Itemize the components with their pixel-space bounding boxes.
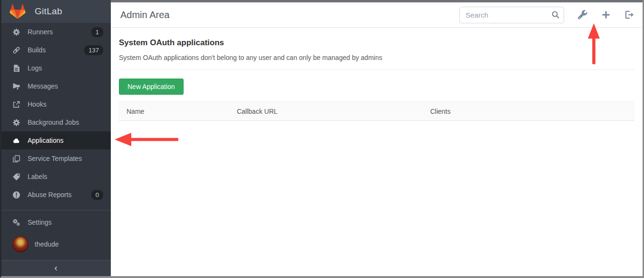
page-title: Admin Area [120, 10, 169, 20]
sidebar-item-labels[interactable]: Labels [1, 168, 111, 186]
section-heading: System OAuth applications [119, 38, 634, 48]
sidebar-divider [1, 210, 111, 210]
sidebar: GitLab Runners 1 Builds 137 Logs Message… [1, 0, 111, 276]
gear-icon [12, 119, 20, 127]
search-box [459, 7, 564, 23]
gears-icon [12, 218, 20, 227]
sidebar-item-hooks[interactable]: Hooks [1, 95, 111, 113]
sidebar-item-label: Service Templates [28, 155, 82, 162]
gear-icon [12, 28, 20, 36]
sidebar-item-label: Abuse Reports [28, 191, 72, 199]
sidebar-item-label: Hooks [28, 100, 47, 108]
sidebar-item-builds[interactable]: Builds 137 [1, 41, 111, 59]
sidebar-item-label: Labels [28, 173, 47, 180]
sidebar-item-messages[interactable]: Messages [1, 77, 111, 95]
sidebar-item-logs[interactable]: Logs [1, 59, 111, 77]
sidebar-collapse-button[interactable] [1, 260, 111, 276]
sidebar-item-label: Builds [28, 46, 46, 54]
sidebar-nav: Runners 1 Builds 137 Logs Messages Hooks [1, 23, 111, 204]
user-avatar [12, 236, 29, 252]
header-actions [459, 7, 634, 23]
column-header-clients: Clients [422, 108, 634, 115]
section-description: System OAuth applications don't belong t… [119, 54, 634, 61]
gitlab-tanuki-icon [9, 3, 26, 20]
gitlab-admin-window: GitLab Runners 1 Builds 137 Logs Message… [0, 0, 644, 278]
file-icon [12, 64, 20, 72]
column-header-callback-url: Callback URL [229, 108, 423, 115]
username-label: thedude [35, 240, 59, 248]
column-header-name: Name [119, 108, 229, 115]
page-content: System OAuth applications System OAuth a… [111, 28, 643, 121]
sidebar-item-label: Runners [28, 28, 53, 36]
cloud-icon [12, 137, 20, 145]
page-header: Admin Area [111, 2, 643, 28]
search-icon[interactable] [551, 10, 560, 19]
sidebar-item-label: Settings [28, 218, 52, 226]
wrench-icon[interactable] [578, 10, 587, 20]
chevron-left-icon [53, 266, 59, 271]
sidebar-item-label: Applications [28, 137, 64, 144]
applications-table-header: Name Callback URL Clients [119, 101, 634, 121]
copy-icon [12, 155, 20, 163]
search-input[interactable] [459, 7, 564, 23]
sidebar-item-user-profile[interactable]: thedude [1, 231, 111, 257]
sidebar-item-label: Logs [28, 64, 42, 72]
plus-icon[interactable] [601, 10, 611, 20]
sign-out-icon[interactable] [624, 10, 634, 20]
gitlab-logo[interactable]: GitLab [1, 0, 111, 23]
gitlab-logo-text: GitLab [35, 6, 62, 17]
link-icon [12, 46, 20, 54]
builds-count-badge: 137 [84, 45, 103, 55]
main-area: Admin Area System OAuth applications Sys… [111, 0, 643, 276]
abuse-reports-count-badge: 0 [91, 190, 103, 200]
sidebar-item-label: Background Jobs [28, 119, 79, 126]
sidebar-item-runners[interactable]: Runners 1 [1, 23, 111, 41]
sidebar-item-service-templates[interactable]: Service Templates [1, 149, 111, 168]
sidebar-item-settings[interactable]: Settings [1, 213, 111, 231]
megaphone-icon [12, 82, 20, 90]
exclamation-circle-icon [12, 191, 20, 199]
sidebar-item-abuse-reports[interactable]: Abuse Reports 0 [1, 186, 111, 204]
section-divider [119, 70, 634, 70]
sidebar-item-applications[interactable]: Applications [1, 131, 111, 149]
tag-icon [12, 173, 20, 181]
sidebar-item-background-jobs[interactable]: Background Jobs [1, 113, 111, 131]
runners-count-badge: 1 [91, 27, 103, 37]
external-link-icon [12, 100, 20, 109]
new-application-button[interactable]: New Application [119, 79, 184, 95]
sidebar-item-label: Messages [28, 82, 58, 90]
